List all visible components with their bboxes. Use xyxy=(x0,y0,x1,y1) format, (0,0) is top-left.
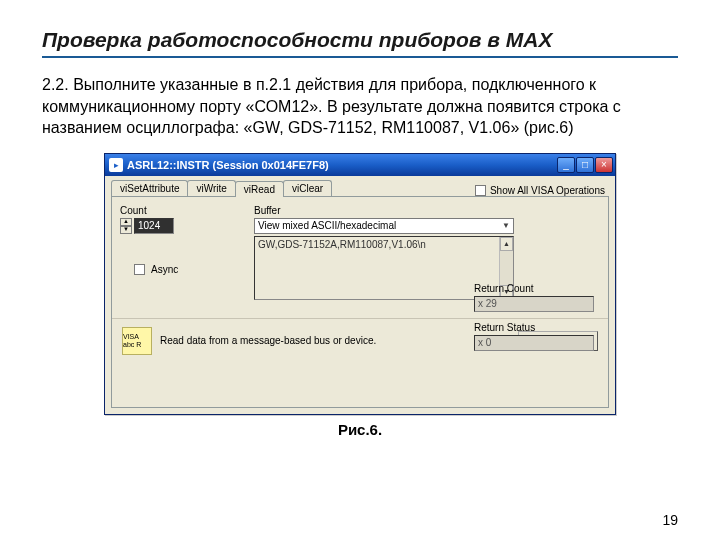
window-title: ASRL12::INSTR (Session 0x014FE7F8) xyxy=(127,159,557,171)
async-checkbox[interactable] xyxy=(134,264,145,275)
app-icon: ▸ xyxy=(109,158,123,172)
visa-icon: VISA abc R xyxy=(122,327,152,355)
title-underline xyxy=(42,56,678,58)
chevron-down-icon: ▼ xyxy=(502,221,510,230)
return-count-value: x 29 xyxy=(474,296,594,312)
count-label: Count xyxy=(120,205,240,216)
tab-panel: Count ▲ ▼ Async xyxy=(111,196,609,408)
tab-strip: viSetAttribute viWrite viRead viClear Sh… xyxy=(105,176,615,196)
show-all-checkbox[interactable] xyxy=(475,185,486,196)
async-option[interactable]: Async xyxy=(134,264,240,275)
show-all-label: Show All VISA Operations xyxy=(490,185,605,196)
slide-title: Проверка работоспособности приборов в МА… xyxy=(42,28,678,52)
return-count-label: Return Count xyxy=(474,283,594,294)
count-input[interactable] xyxy=(134,218,174,234)
scroll-up[interactable]: ▲ xyxy=(500,237,513,251)
tab-visetattribute[interactable]: viSetAttribute xyxy=(111,180,188,196)
maximize-button[interactable]: □ xyxy=(576,157,594,173)
show-all-visa[interactable]: Show All VISA Operations xyxy=(475,185,609,196)
window-titlebar: ▸ ASRL12::INSTR (Session 0x014FE7F8) _ □… xyxy=(105,154,615,176)
figure-caption: Рис.6. xyxy=(42,421,678,438)
buffer-mode-select[interactable]: View mixed ASCII/hexadecimal ▼ xyxy=(254,218,514,234)
body-text: 2.2. Выполните указанные в п.2.1 действи… xyxy=(42,74,678,139)
close-button[interactable]: × xyxy=(595,157,613,173)
return-status-value: x 0 xyxy=(474,335,594,351)
screenshot-dialog: ▸ ASRL12::INSTR (Session 0x014FE7F8) _ □… xyxy=(104,153,616,415)
buffer-content: GW,GDS-71152A,RM110087,V1.06\n xyxy=(258,239,426,250)
count-spin-up[interactable]: ▲ xyxy=(120,218,132,226)
tab-viread[interactable]: viRead xyxy=(235,181,284,197)
page-number: 19 xyxy=(662,512,678,528)
minimize-button[interactable]: _ xyxy=(557,157,575,173)
count-spin-down[interactable]: ▼ xyxy=(120,226,132,234)
buffer-label: Buffer xyxy=(254,205,600,216)
buffer-mode-value: View mixed ASCII/hexadecimal xyxy=(258,220,396,231)
tab-viwrite[interactable]: viWrite xyxy=(187,180,235,196)
tab-viclear[interactable]: viClear xyxy=(283,180,332,196)
return-status-label: Return Status xyxy=(474,322,594,333)
footer-text: Read data from a message-based bus or de… xyxy=(160,335,510,346)
async-label: Async xyxy=(151,264,178,275)
